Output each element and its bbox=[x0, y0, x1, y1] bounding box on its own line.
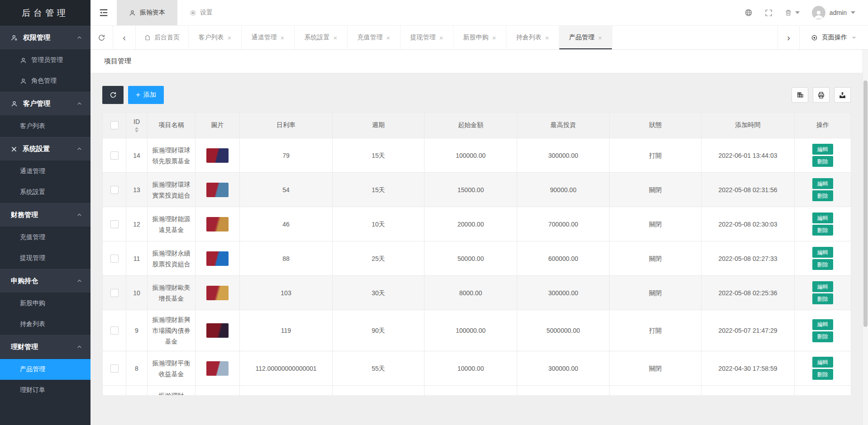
product-image[interactable] bbox=[206, 286, 229, 300]
sidebar-section[interactable]: 理财管理 bbox=[0, 335, 91, 359]
sidebar-item[interactable]: 持倉列表 bbox=[0, 314, 91, 335]
edit-button[interactable]: 編輯 bbox=[812, 319, 833, 330]
sort-asc-icon[interactable] bbox=[135, 127, 138, 129]
tab-产品管理[interactable]: 产品管理× bbox=[559, 26, 612, 49]
tab-通道管理[interactable]: 通道管理× bbox=[242, 26, 295, 49]
sidebar-item[interactable]: 通道管理 bbox=[0, 161, 91, 182]
sidebar-item[interactable]: 客户列表 bbox=[0, 116, 91, 137]
settings-tab-label: 设置 bbox=[200, 9, 213, 17]
sidebar-section[interactable]: 权限管理 bbox=[0, 26, 91, 49]
sidebar-section[interactable]: 系统設置 bbox=[0, 137, 91, 161]
app-title: 后台管理 bbox=[0, 0, 91, 26]
collapse-sidebar-button[interactable] bbox=[91, 0, 117, 25]
delete-button[interactable]: 刪除 bbox=[812, 259, 833, 270]
row-select-cell bbox=[103, 241, 126, 276]
user-menu[interactable]: admin bbox=[812, 6, 855, 19]
product-image[interactable] bbox=[206, 148, 229, 163]
toggle-columns-button[interactable] bbox=[792, 87, 808, 103]
edit-button[interactable]: 編輯 bbox=[812, 281, 833, 292]
close-tab-icon[interactable]: × bbox=[492, 34, 496, 42]
row-checkbox[interactable] bbox=[110, 326, 119, 335]
sort-desc-icon[interactable] bbox=[135, 130, 138, 132]
workspace-tab[interactable]: 振翰资本 bbox=[117, 0, 177, 25]
edit-button[interactable]: 編輯 bbox=[812, 144, 833, 155]
fullscreen-icon[interactable] bbox=[765, 9, 773, 17]
product-image[interactable] bbox=[206, 361, 229, 376]
tab-home[interactable]: 后台首页 bbox=[136, 26, 189, 49]
row-actions: 編輯刪除 bbox=[795, 173, 851, 207]
tab-提现管理[interactable]: 提现管理× bbox=[401, 26, 453, 49]
export-button[interactable] bbox=[834, 87, 851, 103]
row-checkbox[interactable] bbox=[110, 151, 119, 160]
sidebar-item[interactable]: 管理员管理 bbox=[0, 50, 91, 71]
tab-客户列表[interactable]: 客户列表× bbox=[189, 26, 242, 49]
refresh-page-button[interactable] bbox=[91, 26, 113, 49]
sidebar-item[interactable]: 充值管理 bbox=[0, 227, 91, 248]
row-checkbox[interactable] bbox=[110, 289, 119, 297]
edit-button[interactable]: 編輯 bbox=[812, 357, 833, 368]
product-image-cell bbox=[196, 173, 240, 207]
close-tab-icon[interactable]: × bbox=[228, 34, 232, 42]
delete-button[interactable]: 刪除 bbox=[812, 156, 833, 167]
product-image[interactable] bbox=[206, 183, 229, 197]
tab-系统設置[interactable]: 系统設置× bbox=[295, 26, 348, 49]
scroll-tabs-left-button[interactable]: ‹ bbox=[113, 26, 136, 49]
edit-button[interactable]: 編輯 bbox=[812, 247, 833, 258]
product-image[interactable] bbox=[206, 323, 229, 338]
product-image[interactable] bbox=[206, 251, 229, 266]
delete-button[interactable]: 刪除 bbox=[812, 225, 833, 236]
settings-tab[interactable]: 设置 bbox=[177, 0, 225, 25]
page-title: 项目管理 bbox=[91, 50, 868, 73]
product-image[interactable] bbox=[206, 217, 229, 231]
tab-充值管理[interactable]: 充值管理× bbox=[348, 26, 401, 49]
sidebar-item[interactable]: 提现管理 bbox=[0, 248, 91, 269]
row-checkbox[interactable] bbox=[110, 255, 119, 263]
delete-button[interactable]: 刪除 bbox=[812, 331, 833, 342]
delete-button[interactable]: 刪除 bbox=[812, 369, 833, 380]
print-button[interactable] bbox=[813, 87, 830, 103]
row-checkbox[interactable] bbox=[110, 220, 119, 228]
row-checkbox[interactable] bbox=[110, 186, 119, 194]
page-operations-dropdown[interactable]: 页面操作 bbox=[799, 26, 868, 49]
sidebar-section-label: 系统設置 bbox=[23, 145, 50, 153]
max-investment: 300000.00 bbox=[517, 351, 610, 386]
sidebar-item[interactable]: 产品管理 bbox=[0, 359, 91, 380]
sidebar-item[interactable]: 新股申购 bbox=[0, 293, 91, 314]
edit-button[interactable]: 編輯 bbox=[812, 212, 833, 223]
refresh-table-button[interactable] bbox=[102, 86, 124, 104]
sidebar-item[interactable]: 理财订单 bbox=[0, 380, 91, 401]
sidebar-item[interactable]: 角色管理 bbox=[0, 71, 91, 91]
row-actions: 編輯刪除 bbox=[795, 207, 851, 241]
close-tab-icon[interactable]: × bbox=[439, 34, 444, 42]
sidebar-section[interactable]: 财務管理 bbox=[0, 203, 91, 227]
table-cell bbox=[240, 386, 333, 396]
tab-持倉列表[interactable]: 持倉列表× bbox=[506, 26, 559, 49]
delete-button[interactable]: 刪除 bbox=[812, 190, 833, 201]
clear-cache-dropdown[interactable] bbox=[785, 9, 800, 16]
product-image-cell bbox=[196, 351, 240, 386]
tab-新股申购[interactable]: 新股申购× bbox=[453, 26, 506, 49]
sidebar-section[interactable]: 申购持仓 bbox=[0, 269, 91, 293]
close-tab-icon[interactable]: × bbox=[598, 34, 602, 42]
vertical-scrollbar[interactable] bbox=[863, 50, 868, 425]
add-button[interactable]: + 添加 bbox=[128, 86, 164, 104]
table-row: 12振瀚理財能源遠見基金4610天20000.00700000.00關閉2022… bbox=[103, 207, 851, 241]
sort-icons[interactable] bbox=[135, 127, 138, 132]
close-tab-icon[interactable]: × bbox=[386, 34, 391, 42]
globe-icon[interactable] bbox=[744, 9, 753, 17]
scrollbar-thumb[interactable] bbox=[863, 80, 868, 327]
close-tab-icon[interactable]: × bbox=[281, 34, 285, 42]
select-all-checkbox[interactable] bbox=[110, 121, 119, 129]
delete-button[interactable]: 刪除 bbox=[812, 293, 833, 304]
row-select-cell bbox=[103, 351, 126, 386]
close-tab-icon[interactable]: × bbox=[334, 34, 338, 42]
close-tab-icon[interactable]: × bbox=[545, 34, 549, 42]
sidebar-section[interactable]: 客户管理 bbox=[0, 92, 91, 115]
scroll-tabs-right-button[interactable]: › bbox=[777, 26, 799, 49]
tab-label: 系统設置 bbox=[305, 33, 330, 42]
period: 55天 bbox=[333, 351, 424, 386]
sidebar-item[interactable]: 系统設置 bbox=[0, 182, 91, 203]
row-checkbox[interactable] bbox=[110, 364, 119, 373]
edit-button[interactable]: 編輯 bbox=[812, 178, 833, 189]
sidebar-section-label: 权限管理 bbox=[23, 33, 50, 42]
